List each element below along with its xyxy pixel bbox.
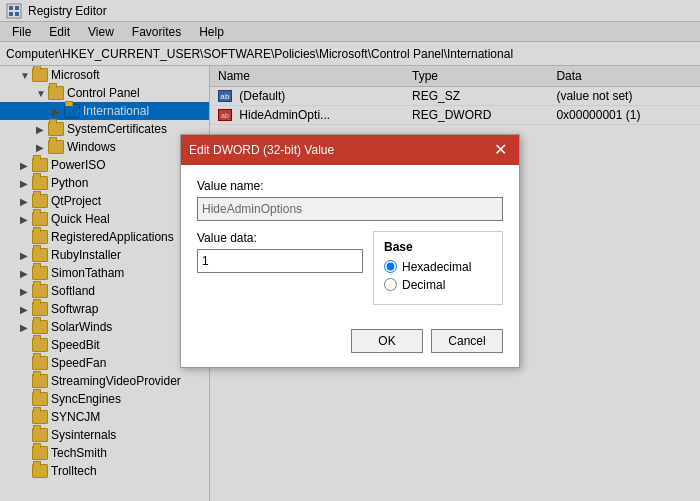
base-section: Base Hexadecimal Decimal — [373, 231, 503, 305]
ok-button[interactable]: OK — [351, 329, 423, 353]
dialog-footer: OK Cancel — [181, 319, 519, 367]
decimal-radio-label[interactable]: Decimal — [384, 278, 492, 292]
decimal-radio[interactable] — [384, 278, 397, 291]
value-data-label: Value data: — [197, 231, 363, 245]
cancel-button[interactable]: Cancel — [431, 329, 503, 353]
dialog-close-button[interactable]: ✕ — [490, 142, 511, 158]
hexadecimal-label: Hexadecimal — [402, 260, 471, 274]
data-section: Value data: — [197, 231, 363, 305]
data-row: Value data: Base Hexadecimal Decimal — [197, 231, 503, 305]
hexadecimal-radio[interactable] — [384, 260, 397, 273]
dialog-body: Value name: Value data: Base Hexadecimal… — [181, 165, 519, 319]
value-data-input[interactable] — [197, 249, 363, 273]
dialog-titlebar: Edit DWORD (32-bit) Value ✕ — [181, 135, 519, 165]
base-label: Base — [384, 240, 492, 254]
edit-dword-dialog: Edit DWORD (32-bit) Value ✕ Value name: … — [180, 134, 520, 368]
dialog-title: Edit DWORD (32-bit) Value — [189, 143, 334, 157]
hexadecimal-radio-label[interactable]: Hexadecimal — [384, 260, 492, 274]
decimal-label: Decimal — [402, 278, 445, 292]
value-name-input[interactable] — [197, 197, 503, 221]
dialog-overlay: Edit DWORD (32-bit) Value ✕ Value name: … — [0, 0, 700, 501]
value-name-label: Value name: — [197, 179, 503, 193]
